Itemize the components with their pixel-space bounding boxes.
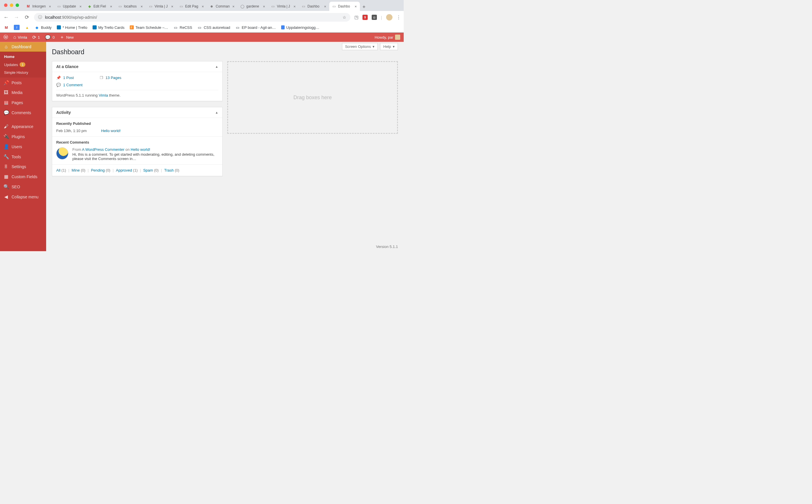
filter-spam[interactable]: Spam: [143, 168, 153, 172]
browser-tab[interactable]: ▭localhos×: [115, 2, 146, 11]
bookmark-item[interactable]: FTeam Schedule –…: [130, 25, 168, 30]
widget-header[interactable]: Activity▲: [52, 107, 222, 118]
dashboard-icon: ⌂: [3, 44, 9, 49]
extension-badge-icon[interactable]: 9: [362, 15, 368, 20]
bookmark-item[interactable]: 2: [14, 25, 20, 30]
extension-icon[interactable]: ◳: [354, 15, 358, 20]
collapse-icon[interactable]: ▲: [215, 65, 218, 68]
tab-title: Edit Fiel: [93, 4, 107, 8]
browser-menu-icon[interactable]: ⋮: [396, 15, 401, 20]
screen-options-button[interactable]: Screen Options▾: [342, 43, 378, 50]
sidebar-item-plugins[interactable]: 🔌Plugins: [0, 131, 46, 142]
copy-icon: ❐: [100, 76, 103, 80]
filter-pending[interactable]: Pending: [91, 168, 105, 172]
close-tab-icon[interactable]: ×: [78, 4, 82, 9]
sidebar-item-dashboard[interactable]: ⌂Dashboard: [0, 42, 46, 52]
browser-tab[interactable]: ◯gardene×: [238, 2, 268, 11]
help-button[interactable]: Help▾: [380, 43, 398, 50]
minimize-window-icon[interactable]: [10, 3, 13, 7]
wp-logo-icon[interactable]: ⓦ: [3, 34, 8, 40]
filter-approved[interactable]: Approved: [116, 168, 132, 172]
browser-tab[interactable]: ▭Edit Pag×: [176, 2, 207, 11]
close-tab-icon[interactable]: ×: [48, 4, 52, 9]
updates-link[interactable]: ⟳1: [32, 35, 40, 40]
widget-dropzone[interactable]: Drag boxes here: [227, 61, 398, 134]
forward-button[interactable]: →: [13, 14, 20, 20]
close-tab-icon[interactable]: ×: [354, 4, 358, 9]
wrench-icon: 🔧: [3, 154, 9, 159]
comment-post-link[interactable]: Hello world!: [131, 147, 150, 152]
browser-tab[interactable]: ☻Comman×: [207, 2, 238, 11]
browser-tab[interactable]: ▭Vimla | J×: [146, 2, 176, 11]
sidebar-collapse[interactable]: ◀Collapse menu: [0, 192, 46, 202]
sidebar-item-settings[interactable]: 🎚Settings: [0, 162, 46, 172]
profile-avatar-icon[interactable]: [386, 14, 392, 20]
sidebar-item-appearance[interactable]: 🖌Appearance: [0, 122, 46, 131]
comment-author-link[interactable]: A WordPress Commenter: [82, 147, 124, 152]
close-tab-icon[interactable]: ×: [232, 4, 236, 9]
address-bar[interactable]: ⓘ localhost:9090/wp/wp-admin/ ☆: [34, 13, 350, 22]
browser-tab[interactable]: ▭Uppdate×: [54, 2, 85, 11]
site-name-link[interactable]: ⌂Vimla: [13, 35, 27, 40]
glance-comments-link[interactable]: 💬1 Comment: [56, 83, 82, 87]
bookmark-item[interactable]: ▭ReCSS: [173, 25, 192, 30]
comments-link[interactable]: 💬0: [45, 35, 54, 40]
button-label: Help: [383, 44, 391, 49]
bookmark-item[interactable]: ▲: [25, 25, 29, 30]
browser-tab[interactable]: ◆Edit Fiel×: [85, 2, 115, 11]
browser-tab-active[interactable]: ▭Dashbo×: [329, 2, 360, 11]
sidebar-item-posts[interactable]: 📌Posts: [0, 78, 46, 88]
close-tab-icon[interactable]: ×: [170, 4, 174, 9]
widget-title: Activity: [56, 110, 71, 115]
close-tab-icon[interactable]: ×: [323, 4, 327, 9]
sidebar-item-tools[interactable]: 🔧Tools: [0, 152, 46, 162]
sidebar-item-media[interactable]: 🖼Media: [0, 88, 46, 97]
widget-header[interactable]: At a Glance▲: [52, 61, 222, 72]
back-button[interactable]: ←: [3, 14, 9, 20]
sidebar-sub-simple-history[interactable]: Simple History: [0, 69, 46, 76]
filter-mine[interactable]: Mine: [72, 168, 80, 172]
sidebar-sub-home[interactable]: Home: [0, 53, 46, 61]
page-icon: ▤: [3, 100, 9, 105]
comment-filters: All (1)| Mine (0)| Pending (0)| Approved…: [52, 164, 222, 176]
star-icon[interactable]: ☆: [343, 15, 346, 20]
filter-trash[interactable]: Trash: [164, 168, 174, 172]
bookmark-item[interactable]: M: [4, 25, 9, 30]
comment-row: From A WordPress Commenter on Hello worl…: [56, 147, 218, 161]
sidebar-item-custom-fields[interactable]: ▦Custom Fields: [0, 172, 46, 182]
close-window-icon[interactable]: [4, 3, 7, 7]
bookmark-item[interactable]: ◆Buddy: [35, 25, 52, 30]
new-content-link[interactable]: ＋New: [60, 34, 74, 40]
filter-all[interactable]: All: [56, 168, 60, 172]
bookmark-item[interactable]: * Home | Trello: [57, 25, 87, 30]
bookmark-item[interactable]: ▭EP board - Agil-an…: [235, 25, 276, 30]
bookmark-item[interactable]: Uppdateringslogg…: [281, 25, 319, 30]
close-tab-icon[interactable]: ×: [293, 4, 297, 9]
browser-tab[interactable]: ▭Vimla | J×: [268, 2, 299, 11]
sidebar-item-users[interactable]: 👤Users: [0, 142, 46, 152]
close-tab-icon[interactable]: ×: [262, 4, 266, 9]
close-tab-icon[interactable]: ×: [140, 4, 144, 9]
bookmark-item[interactable]: ▭CSS autoreload: [197, 25, 230, 30]
extension-icon[interactable]: ◘: [372, 15, 377, 20]
close-tab-icon[interactable]: ×: [201, 4, 205, 9]
sidebar-item-seo[interactable]: 🔍SEO: [0, 182, 46, 192]
browser-tab[interactable]: MInkorgen×: [24, 2, 54, 11]
new-tab-button[interactable]: +: [360, 4, 368, 11]
maximize-window-icon[interactable]: [16, 3, 19, 7]
browser-tab[interactable]: ▭Dashbo×: [299, 2, 329, 11]
close-tab-icon[interactable]: ×: [109, 4, 113, 9]
sidebar-item-comments[interactable]: 💬Comments: [0, 108, 46, 118]
sidebar-sub-updates[interactable]: Updates1: [0, 61, 46, 69]
bookmark-item[interactable]: My Trello Cards: [93, 25, 125, 30]
my-account-link[interactable]: Howdy, par: [375, 35, 400, 40]
theme-link[interactable]: Vimla: [99, 93, 108, 97]
glance-pages-link[interactable]: ❐13 Pages: [100, 76, 121, 80]
publish-title-link[interactable]: Hello world!: [101, 129, 121, 133]
collapse-icon[interactable]: ▲: [215, 111, 218, 114]
site-info-icon[interactable]: ⓘ: [38, 15, 42, 20]
bookmark-label: My Trello Cards: [98, 25, 125, 30]
sidebar-item-pages[interactable]: ▤Pages: [0, 97, 46, 108]
glance-posts-link[interactable]: 📌1 Post: [56, 76, 74, 80]
reload-button[interactable]: ⟳: [24, 14, 30, 20]
